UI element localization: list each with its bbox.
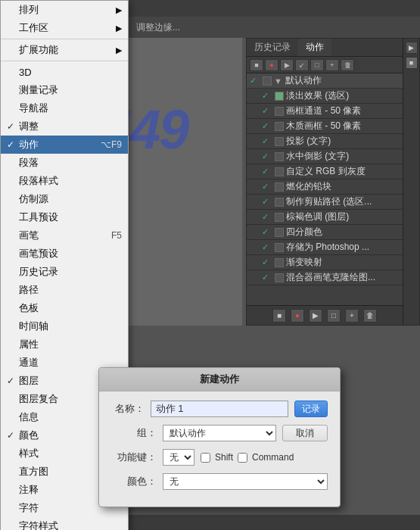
menu-item-timeline[interactable]: 时间轴 [1, 317, 128, 335]
new-action-dialog: 新建动作 名称： 记录 组： 默认动作 取消 功能键： 无 Shift [98, 367, 341, 507]
menu-item-actions[interactable]: ✓ 动作 ⌥F9 [1, 136, 128, 154]
menu-item-extensions[interactable]: 扩展功能 ▶ [1, 41, 128, 59]
record-button[interactable]: 记录 [294, 401, 328, 417]
panel-new-btn[interactable]: + [345, 309, 359, 323]
actions-panel: 历史记录 动作 ≡ ■ ● ▶ ↙ □ + 🗑 ✓ ▼ 默认动作 ✓ 淡出效果 … [246, 38, 420, 326]
play-btn[interactable]: ▶ [280, 59, 294, 71]
panel-rec-btn[interactable]: ● [291, 309, 304, 323]
action-item-10[interactable]: ✓ 存储为 Photoshop ... [247, 240, 419, 255]
action-item-8[interactable]: ✓ 棕褐色调 (图层) [247, 210, 419, 225]
group-check: ✓ [250, 76, 260, 86]
folder-icon: ▼ [274, 76, 282, 86]
command-label: Command [252, 452, 294, 463]
tab-history[interactable]: 历史记录 [247, 39, 298, 56]
color-label: 颜色： [111, 475, 157, 488]
group-label: 默认动作 [285, 74, 416, 87]
open-btn[interactable]: ↙ [295, 59, 309, 71]
side-btn-2[interactable]: ■ [406, 57, 418, 69]
action-item-9[interactable]: ✓ 四分颜色 [247, 225, 419, 240]
action-group-header[interactable]: ✓ ▼ 默认动作 [247, 73, 419, 89]
adjust-edge-button[interactable]: 调整边缘... [129, 17, 188, 38]
action-item-3[interactable]: ✓ 投影 (文字) [247, 134, 419, 149]
tab-actions[interactable]: 动作 [298, 39, 331, 56]
action-item-0[interactable]: ✓ 淡出效果 (选区) [247, 89, 419, 104]
name-input[interactable] [151, 401, 288, 417]
menu-item-properties[interactable]: 属性 [1, 335, 128, 354]
menu-item-adjustments[interactable]: ✓ 调整 [1, 117, 128, 136]
menu-item-navigator[interactable]: 导航器 [1, 99, 128, 117]
panel-del-btn[interactable]: 🗑 [363, 309, 377, 323]
menu-item-arrange[interactable]: 排列 ▶ [1, 1, 128, 19]
action-item-6[interactable]: ✓ 燃化的铅块 [247, 179, 419, 195]
panel-stop-btn[interactable]: ■ [272, 309, 286, 323]
panel-bottom-bar: ■ ● ▶ □ + 🗑 [247, 305, 403, 325]
panel-toolbar: ■ ● ▶ ↙ □ + 🗑 [247, 57, 419, 73]
color-select[interactable]: 无 [163, 473, 328, 490]
command-checkbox[interactable] [238, 453, 247, 463]
side-btn-1[interactable]: ▶ [406, 42, 418, 54]
modifier-group: Shift Command [201, 452, 294, 463]
separator-1 [1, 39, 128, 39]
key-select[interactable]: 无 [163, 449, 194, 466]
menu-item-swatches[interactable]: 色板 [1, 299, 128, 317]
key-label: 功能键： [111, 450, 157, 464]
group-row: 组： 默认动作 取消 [111, 425, 328, 441]
key-row: 功能键： 无 Shift Command [111, 449, 328, 466]
panel-tabs: 历史记录 动作 ≡ [247, 39, 419, 57]
new-set-btn[interactable]: □ [310, 59, 324, 71]
stop-btn[interactable]: ■ [250, 59, 263, 71]
dialog-title: 新建动作 [99, 368, 340, 391]
name-label: 名称： [111, 402, 145, 416]
separator-2 [1, 61, 128, 61]
panel-side-btns: ▶ ■ [403, 39, 419, 325]
action-item-4[interactable]: ✓ 水中倒影 (文字) [247, 149, 419, 164]
menu-item-paragraph[interactable]: 段落 [1, 154, 128, 172]
action-item-1[interactable]: ✓ 画框通道 - 50 像素 [247, 104, 419, 119]
action-item-5[interactable]: ✓ 自定义 RGB 到灰度 [247, 164, 419, 179]
menu-item-clone-source[interactable]: 仿制源 [1, 190, 128, 208]
shift-label: Shift [215, 452, 233, 463]
menu-item-history[interactable]: 历史记录 [1, 263, 128, 281]
actions-list[interactable]: ✓ ▼ 默认动作 ✓ 淡出效果 (选区) ✓ 画框通道 - 50 像素 ✓ 木质… [247, 73, 419, 307]
action-item-12[interactable]: ✓ 混合器画笔克隆绘图... [247, 270, 419, 285]
record-btn[interactable]: ● [265, 59, 278, 71]
menu-item-workspace[interactable]: 工作区 ▶ [1, 19, 128, 37]
panel-play-btn[interactable]: ▶ [309, 309, 322, 323]
dialog-body: 名称： 记录 组： 默认动作 取消 功能键： 无 Shift Command [99, 391, 340, 507]
delete-btn[interactable]: 🗑 [341, 59, 354, 71]
menu-item-brush[interactable]: 画笔 F5 [1, 226, 128, 245]
panel-folder-btn[interactable]: □ [327, 309, 341, 323]
menu-item-para-style[interactable]: 段落样式 [1, 172, 128, 190]
menu-item-measure[interactable]: 测量记录 [1, 81, 128, 99]
action-item-11[interactable]: ✓ 渐变映射 [247, 255, 419, 270]
new-action-btn[interactable]: + [325, 59, 339, 71]
group-select[interactable]: 默认动作 [163, 425, 276, 441]
action-item-2[interactable]: ✓ 木质画框 - 50 像素 [247, 119, 419, 134]
group-label: 组： [111, 426, 157, 440]
name-row: 名称： 记录 [111, 401, 328, 417]
group-color [263, 76, 272, 86]
shift-checkbox[interactable] [201, 453, 210, 463]
cancel-button[interactable]: 取消 [282, 425, 328, 441]
action-item-7[interactable]: ✓ 制作剪贴路径 (选区... [247, 195, 419, 210]
color-row: 颜色： 无 [111, 473, 328, 490]
menu-item-char-style[interactable]: 字符样式 [1, 517, 128, 530]
menu-item-tool-presets[interactable]: 工具预设 [1, 208, 128, 226]
menu-item-3d[interactable]: 3D [1, 63, 128, 81]
menu-item-paths[interactable]: 路径 [1, 281, 128, 299]
menu-item-brush-presets[interactable]: 画笔预设 [1, 245, 128, 263]
